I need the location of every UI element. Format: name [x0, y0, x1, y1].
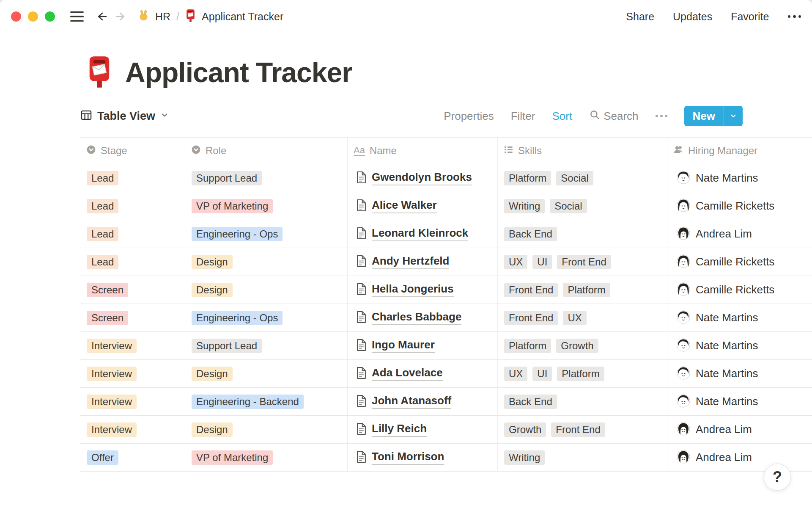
skills-cell[interactable]: WritingSocial — [498, 192, 667, 220]
skill-tag[interactable]: Platform — [504, 171, 551, 185]
share-button[interactable]: Share — [626, 11, 654, 23]
column-header-name[interactable]: Aa Name — [348, 138, 498, 164]
forward-arrow-icon[interactable] — [114, 10, 127, 23]
skill-tag[interactable]: Social — [556, 171, 593, 185]
more-options-icon[interactable] — [788, 15, 801, 18]
skill-tag[interactable]: Front End — [504, 311, 558, 325]
role-tag[interactable]: Design — [192, 255, 233, 269]
skill-tag[interactable]: Back End — [504, 227, 557, 241]
column-header-role[interactable]: Role — [185, 138, 348, 164]
column-header-skills[interactable]: Skills — [498, 138, 667, 164]
hiring-manager-cell[interactable]: Nate Martins — [667, 388, 812, 415]
stage-cell[interactable]: Interview — [80, 332, 185, 359]
applicant-name-link[interactable]: Leonard Kleinrock — [372, 226, 468, 241]
role-tag[interactable]: Engineering - Ops — [192, 227, 283, 241]
skill-tag[interactable]: UX — [563, 311, 586, 325]
stage-cell[interactable]: Lead — [80, 192, 185, 220]
name-cell[interactable]: Andy Hertzfeld — [348, 248, 498, 276]
stage-tag[interactable]: Interview — [87, 367, 137, 381]
applicant-name-link[interactable]: Andy Hertzfeld — [372, 254, 449, 269]
sort-button[interactable]: Sort — [552, 110, 572, 123]
stage-tag[interactable]: Offer — [87, 450, 118, 465]
stage-tag[interactable]: Screen — [87, 311, 128, 325]
skills-cell[interactable]: GrowthFront End — [498, 416, 667, 443]
role-tag[interactable]: Support Lead — [192, 339, 262, 353]
stage-cell[interactable]: Interview — [80, 360, 185, 387]
skill-tag[interactable]: Front End — [557, 255, 611, 269]
hiring-manager-cell[interactable]: Nate Martins — [667, 360, 812, 387]
stage-cell[interactable]: Offer — [80, 444, 185, 471]
hiring-manager-cell[interactable]: Camille Ricketts — [667, 192, 812, 220]
skill-tag[interactable]: Front End — [551, 422, 605, 437]
role-cell[interactable]: VP of Marketing — [185, 192, 348, 220]
role-cell[interactable]: Support Lead — [185, 332, 348, 359]
stage-cell[interactable]: Lead — [80, 220, 185, 248]
role-tag[interactable]: Design — [192, 367, 233, 381]
stage-tag[interactable]: Lead — [87, 171, 118, 185]
properties-button[interactable]: Properties — [444, 110, 494, 123]
maximize-window-button[interactable] — [45, 11, 55, 22]
stage-tag[interactable]: Interview — [87, 395, 137, 409]
skill-tag[interactable]: Platform — [563, 283, 610, 297]
favorite-button[interactable]: Favorite — [731, 11, 769, 23]
column-header-hiring-manager[interactable]: Hiring Manager — [667, 138, 812, 164]
hiring-manager-cell[interactable]: Nate Martins — [667, 332, 812, 359]
applicant-name-link[interactable]: Toni Morrison — [372, 450, 444, 465]
stage-cell[interactable]: Lead — [80, 248, 185, 276]
skill-tag[interactable]: Writing — [504, 199, 545, 213]
new-dropdown-chevron-icon[interactable] — [724, 106, 743, 126]
role-cell[interactable]: Support Lead — [185, 164, 348, 192]
view-selector[interactable]: Table View — [80, 109, 169, 123]
stage-tag[interactable]: Lead — [87, 255, 118, 269]
new-button[interactable]: New — [684, 106, 743, 126]
skills-cell[interactable]: Writing — [498, 444, 667, 471]
applicant-name-link[interactable]: Gwendolyn Brooks — [372, 171, 472, 185]
role-tag[interactable]: VP of Marketing — [192, 450, 273, 465]
role-cell[interactable]: Engineering - Ops — [185, 220, 348, 248]
skill-tag[interactable]: Social — [550, 199, 587, 213]
name-cell[interactable]: Ada Lovelace — [348, 360, 498, 387]
role-cell[interactable]: VP of Marketing — [185, 444, 348, 471]
hiring-manager-cell[interactable]: Andrea Lim — [667, 444, 812, 471]
name-cell[interactable]: Gwendolyn Brooks — [348, 164, 498, 192]
applicant-name-link[interactable]: Lilly Reich — [372, 422, 427, 437]
stage-tag[interactable]: Lead — [87, 199, 118, 213]
role-cell[interactable]: Design — [185, 276, 348, 304]
name-cell[interactable]: Alice Walker — [348, 192, 498, 220]
applicant-name-link[interactable]: Ingo Maurer — [372, 338, 435, 353]
more-options-icon[interactable] — [656, 115, 667, 117]
skill-tag[interactable]: Platform — [557, 367, 604, 381]
help-button[interactable]: ? — [764, 464, 791, 491]
hiring-manager-cell[interactable]: Nate Martins — [667, 164, 812, 192]
stage-cell[interactable]: Lead — [80, 164, 185, 192]
stage-tag[interactable]: Screen — [87, 283, 128, 297]
stage-tag[interactable]: Interview — [87, 339, 137, 353]
role-cell[interactable]: Design — [185, 416, 348, 443]
applicant-name-link[interactable]: Alice Walker — [372, 199, 437, 213]
hiring-manager-cell[interactable]: Camille Ricketts — [667, 276, 812, 304]
column-header-stage[interactable]: Stage — [80, 138, 185, 164]
skill-tag[interactable]: UX — [504, 255, 527, 269]
skills-cell[interactable]: Front EndUX — [498, 304, 667, 331]
role-cell[interactable]: Engineering - Backend — [185, 388, 348, 415]
hiring-manager-cell[interactable]: Camille Ricketts — [667, 248, 812, 276]
skills-cell[interactable]: PlatformSocial — [498, 164, 667, 192]
hiring-manager-cell[interactable]: Andrea Lim — [667, 220, 812, 248]
search-button[interactable]: Search — [589, 109, 638, 123]
skill-tag[interactable]: Back End — [504, 395, 557, 409]
skills-cell[interactable]: Front EndPlatform — [498, 276, 667, 304]
applicant-name-link[interactable]: Charles Babbage — [372, 310, 461, 325]
close-window-button[interactable] — [11, 11, 21, 22]
name-cell[interactable]: Charles Babbage — [348, 304, 498, 331]
updates-button[interactable]: Updates — [673, 11, 712, 23]
skills-cell[interactable]: UXUIPlatform — [498, 360, 667, 387]
hiring-manager-cell[interactable]: Nate Martins — [667, 304, 812, 331]
stage-cell[interactable]: Interview — [80, 388, 185, 415]
name-cell[interactable]: Leonard Kleinrock — [348, 220, 498, 248]
skills-cell[interactable]: PlatformGrowth — [498, 332, 667, 359]
skill-tag[interactable]: UI — [532, 255, 552, 269]
role-cell[interactable]: Engineering - Ops — [185, 304, 348, 331]
name-cell[interactable]: Lilly Reich — [348, 416, 498, 443]
stage-tag[interactable]: Lead — [87, 227, 118, 241]
skills-cell[interactable]: Back End — [498, 220, 667, 248]
